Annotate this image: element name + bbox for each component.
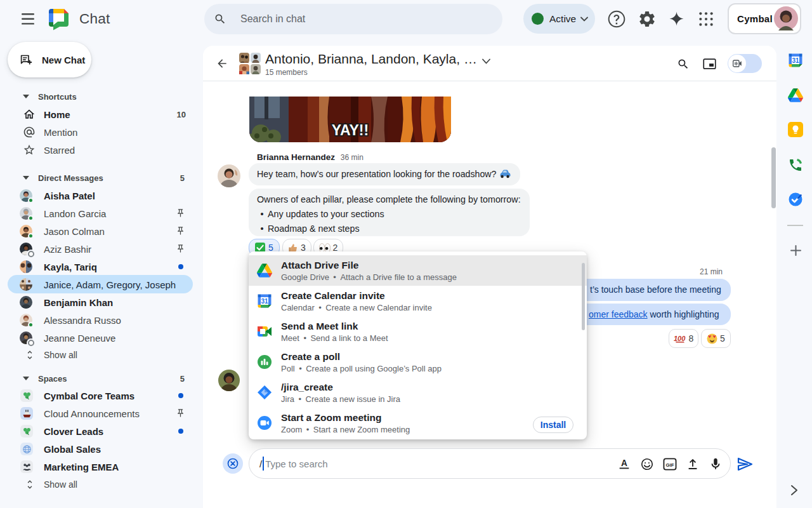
svg-text:A: A <box>621 458 627 468</box>
svg-text:GIF: GIF <box>666 462 674 468</box>
svg-text:100: 100 <box>674 335 686 342</box>
svg-text:YAY!!: YAY!! <box>332 122 369 138</box>
svg-text:31: 31 <box>792 57 799 64</box>
svg-text:31: 31 <box>261 298 268 305</box>
